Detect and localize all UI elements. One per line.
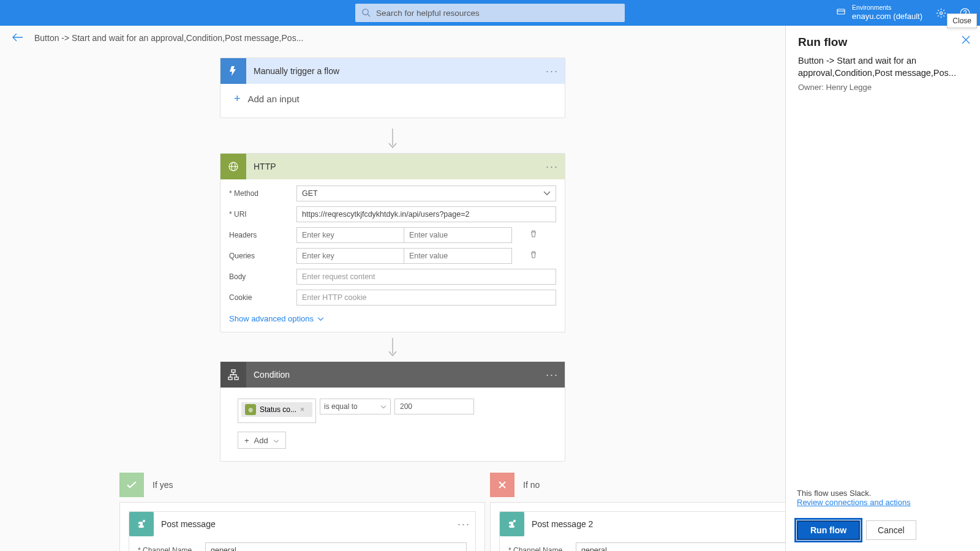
condition-menu[interactable]: ··· bbox=[546, 369, 559, 381]
svg-rect-13 bbox=[228, 377, 232, 380]
http-token-icon: ⊕ bbox=[245, 404, 256, 415]
svg-point-4 bbox=[940, 12, 942, 14]
panel-subtitle: Button -> Start and wait for an approval… bbox=[798, 55, 968, 79]
advanced-options-toggle[interactable]: Show advanced options bbox=[229, 310, 556, 323]
search-input[interactable] bbox=[355, 4, 625, 22]
trigger-icon bbox=[221, 58, 246, 84]
trigger-title: Manually trigger a flow bbox=[246, 66, 546, 76]
condition-header[interactable]: Condition ··· bbox=[221, 362, 565, 388]
body-label: Body bbox=[229, 272, 296, 281]
condition-card: Condition ··· ⊕ Status co... × is equal … bbox=[220, 361, 565, 462]
slack-icon bbox=[129, 512, 154, 536]
delete-header-icon[interactable] bbox=[529, 230, 538, 241]
flow-arrow-icon bbox=[386, 338, 399, 359]
condition-add-button[interactable]: + Add bbox=[238, 432, 286, 449]
pm1-menu[interactable]: ··· bbox=[458, 518, 475, 531]
chevron-down-icon bbox=[380, 402, 386, 411]
channel-select-2[interactable]: general bbox=[576, 542, 785, 551]
uri-input[interactable] bbox=[296, 206, 556, 222]
cross-icon bbox=[490, 473, 514, 497]
headers-label: Headers bbox=[229, 231, 296, 239]
add-input-label: Add an input bbox=[248, 94, 300, 104]
plus-icon: + bbox=[244, 436, 249, 445]
cookie-input[interactable] bbox=[296, 290, 556, 305]
condition-op-label: is equal to bbox=[324, 402, 358, 411]
condition-token: Status co... bbox=[260, 405, 296, 414]
panel-owner: Owner: Henry Legge bbox=[798, 83, 968, 92]
close-panel-icon[interactable] bbox=[962, 36, 970, 47]
condition-value[interactable]: 200 bbox=[394, 399, 474, 414]
cancel-button[interactable]: Cancel bbox=[866, 520, 916, 540]
svg-rect-2 bbox=[837, 9, 845, 14]
condition-icon bbox=[221, 362, 246, 388]
channel-value-2: general bbox=[581, 546, 607, 551]
pm2-title: Post message 2 bbox=[524, 519, 785, 529]
http-header[interactable]: HTTP ··· bbox=[221, 154, 565, 179]
search-icon bbox=[361, 8, 371, 20]
plus-icon: + bbox=[234, 92, 241, 105]
query-value-input[interactable] bbox=[404, 248, 512, 264]
chevron-down-icon bbox=[317, 314, 324, 323]
queries-label: Queries bbox=[229, 252, 296, 260]
branch-no-label: If no bbox=[523, 480, 540, 490]
header-key-input[interactable] bbox=[296, 227, 404, 243]
trigger-card: Manually trigger a flow ··· + Add an inp… bbox=[220, 58, 565, 118]
environment-label: Environments bbox=[852, 4, 922, 12]
flow-arrow-icon bbox=[386, 129, 399, 151]
http-card: HTTP ··· Method GET URI Headers bbox=[220, 153, 565, 332]
branch-no-header: If no bbox=[490, 473, 785, 497]
chevron-down-icon bbox=[543, 189, 551, 198]
trigger-header[interactable]: Manually trigger a flow ··· bbox=[221, 58, 565, 84]
method-value: GET bbox=[302, 189, 318, 198]
review-connections-link[interactable]: Review connections and actions bbox=[797, 498, 969, 507]
channel-value-1: general bbox=[211, 546, 236, 551]
post-message-header-1[interactable]: Post message ··· bbox=[129, 512, 475, 536]
http-title: HTTP bbox=[246, 162, 546, 171]
header-value-input[interactable] bbox=[404, 227, 512, 243]
method-select[interactable]: GET bbox=[296, 186, 556, 201]
query-key-input[interactable] bbox=[296, 248, 404, 264]
post-message-card-2: Post message 2 ··· Channel Name general bbox=[499, 511, 785, 551]
method-label: Method bbox=[229, 189, 258, 198]
condition-title: Condition bbox=[246, 370, 546, 380]
remove-token-icon[interactable]: × bbox=[300, 405, 304, 414]
channel-select-1[interactable]: general bbox=[205, 542, 467, 551]
condition-operand[interactable]: ⊕ Status co... × bbox=[238, 399, 316, 423]
environment-selector[interactable]: Environments enayu.com (default) bbox=[836, 4, 922, 21]
panel-title: Run flow bbox=[798, 36, 968, 49]
breadcrumb-text: Button -> Start and wait for an approval… bbox=[34, 33, 303, 43]
add-label: Add bbox=[254, 436, 268, 445]
add-input-button[interactable]: + Add an input bbox=[234, 92, 551, 105]
branch-no: If no Post message 2 ··· Channel Name ge… bbox=[490, 473, 785, 551]
close-tooltip: Close bbox=[947, 13, 977, 28]
post-message-header-2[interactable]: Post message 2 ··· bbox=[500, 512, 785, 536]
chevron-down-icon bbox=[273, 436, 279, 445]
condition-value-text: 200 bbox=[400, 402, 412, 411]
settings-icon[interactable] bbox=[936, 8, 946, 18]
trigger-menu[interactable]: ··· bbox=[546, 65, 559, 78]
delete-query-icon[interactable] bbox=[529, 250, 538, 261]
run-flow-button[interactable]: Run flow bbox=[797, 520, 860, 540]
svg-rect-12 bbox=[232, 370, 235, 372]
cookie-label: Cookie bbox=[229, 293, 296, 302]
back-arrow-icon[interactable] bbox=[12, 33, 23, 43]
flow-canvas: Manually trigger a flow ··· + Add an inp… bbox=[0, 50, 785, 551]
branch-yes-label: If yes bbox=[153, 480, 173, 490]
svg-rect-14 bbox=[235, 377, 238, 380]
http-icon bbox=[221, 154, 246, 179]
app-header: Environments enayu.com (default) Close bbox=[0, 0, 980, 26]
body-input[interactable] bbox=[296, 269, 556, 285]
environment-name: enayu.com (default) bbox=[852, 12, 922, 21]
run-flow-panel: Run flow Button -> Start and wait for an… bbox=[785, 26, 980, 551]
condition-operator[interactable]: is equal to bbox=[320, 399, 391, 414]
post-message-card-1: Post message ··· Channel Name general bbox=[129, 511, 476, 551]
pm1-title: Post message bbox=[154, 519, 458, 529]
environment-icon bbox=[836, 7, 846, 19]
advanced-label: Show advanced options bbox=[229, 314, 314, 323]
channel-label: Channel Name bbox=[138, 546, 192, 551]
http-menu[interactable]: ··· bbox=[546, 160, 559, 173]
check-icon bbox=[119, 473, 144, 497]
svg-line-1 bbox=[368, 14, 370, 17]
panel-note: This flow uses Slack. bbox=[797, 489, 969, 498]
branch-yes-header: If yes bbox=[119, 473, 485, 497]
